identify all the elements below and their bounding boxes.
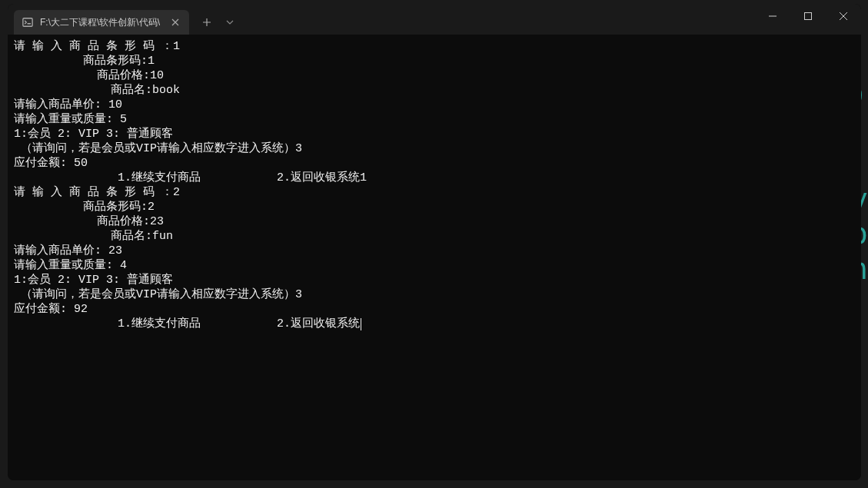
terminal-icon (22, 16, 34, 28)
new-tab-button[interactable] (195, 11, 218, 34)
window-controls (755, 4, 861, 28)
terminal-window: F:\大二下课程\软件创新\代码\ 请 输 入 商 品 条 形 码 ：1 商品条… (8, 4, 861, 480)
tab-dropdown-button[interactable] (218, 11, 241, 34)
text-cursor (361, 318, 361, 330)
terminal-tab[interactable]: F:\大二下课程\软件创新\代码\ (14, 10, 189, 35)
minimize-button[interactable] (755, 4, 790, 28)
svg-rect-0 (23, 18, 32, 27)
tab-close-button[interactable] (169, 16, 181, 28)
svg-rect-1 (805, 13, 812, 20)
titlebar: F:\大二下课程\软件创新\代码\ (8, 4, 861, 35)
close-button[interactable] (826, 4, 861, 28)
tab-title: F:\大二下课程\软件创新\代码\ (40, 16, 160, 29)
maximize-button[interactable] (790, 4, 826, 28)
terminal-output[interactable]: 请 输 入 商 品 条 形 码 ：1 商品条形码:1 商品价格:10 商品名:b… (8, 35, 861, 480)
